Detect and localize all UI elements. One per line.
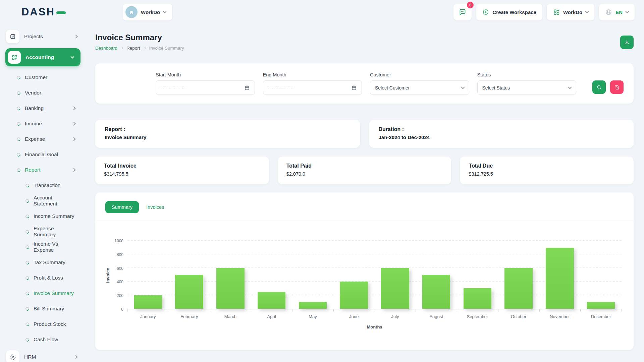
- sidebar-item-income-vs-expense[interactable]: Income Vs Expense: [0, 239, 85, 255]
- bar-march[interactable]: [216, 268, 244, 309]
- calendar-icon: [351, 85, 357, 90]
- sidebar-item-transaction[interactable]: Transaction: [0, 178, 85, 193]
- messages-button[interactable]: 0: [453, 4, 472, 20]
- language-selector[interactable]: EN: [599, 4, 635, 20]
- duration-card-value: Jan-2024 to Dec-2024: [379, 134, 625, 140]
- duration-card-title: Duration :: [379, 126, 625, 132]
- chart-plot-area: [127, 241, 622, 309]
- sidebar-item-customer[interactable]: Customer: [0, 70, 85, 85]
- bar-slot: [416, 241, 457, 309]
- bullet-icon: [25, 244, 30, 249]
- x-label-january: January: [127, 314, 169, 319]
- plus-circle-icon: [482, 9, 489, 15]
- apps-grid-icon: [553, 9, 560, 15]
- workspace-avatar: [125, 6, 138, 18]
- sidebar-item-expense-summary[interactable]: Expense Summary: [0, 224, 85, 239]
- invoice-bar-chart: Invoice 02004006008001000 JanuaryFebruar…: [104, 241, 622, 329]
- y-axis-title: Invoice: [105, 268, 110, 283]
- sidebar-item-label: Financial Goal: [25, 152, 58, 158]
- x-axis-tick: [210, 309, 210, 312]
- language-code: EN: [615, 9, 623, 15]
- chevron-down-icon: [461, 85, 465, 89]
- reset-filter-icon: [614, 84, 620, 90]
- breadcrumb: Dashboard Report Invoice Summary: [95, 46, 184, 51]
- chevron-right-icon: [144, 47, 146, 49]
- report-card-value: Invoice Summary: [105, 134, 351, 140]
- sidebar-item-label: Vendor: [25, 90, 41, 96]
- bullet-icon: [16, 152, 21, 157]
- breadcrumb-dashboard[interactable]: Dashboard: [95, 46, 117, 51]
- sidebar-item-label: Bill Summary: [34, 306, 64, 312]
- sidebar-item-account-statement[interactable]: Account Statement: [0, 193, 85, 208]
- page-title: Invoice Summary: [95, 33, 184, 42]
- chevron-right-icon: [74, 35, 77, 38]
- bar-september[interactable]: [464, 288, 491, 309]
- sidebar-item-income-summary[interactable]: Income Summary: [0, 208, 85, 224]
- sidebar-item-income[interactable]: Income: [0, 116, 85, 131]
- sidebar-item-accounting[interactable]: Accounting: [5, 48, 80, 66]
- sidebar-item-label: Profit & Loss: [34, 275, 63, 281]
- bar-october[interactable]: [504, 268, 532, 309]
- chevron-right-icon: [72, 122, 75, 125]
- x-label-december: December: [580, 314, 622, 319]
- x-axis-title: Months: [127, 324, 622, 329]
- sidebar-item-invoice-summary[interactable]: Invoice Summary: [0, 286, 85, 301]
- chevron-down-icon: [70, 55, 74, 58]
- bar-december[interactable]: [587, 302, 615, 309]
- end-month-input[interactable]: --------- ----: [263, 80, 362, 95]
- bar-slot: [498, 241, 539, 309]
- bar-may[interactable]: [299, 302, 327, 309]
- chevron-down-icon: [625, 9, 629, 13]
- download-button[interactable]: [620, 36, 634, 49]
- chevron-down-icon: [163, 9, 167, 13]
- sidebar-item-vendor[interactable]: Vendor: [0, 85, 85, 101]
- workspace-name: WorkDo: [141, 9, 160, 15]
- x-label-september: September: [457, 314, 498, 319]
- x-axis-tick: [498, 309, 498, 312]
- create-workspace-button[interactable]: Create Workspace: [476, 4, 542, 20]
- bar-february[interactable]: [175, 275, 203, 309]
- sidebar-item-report[interactable]: Report: [0, 162, 85, 178]
- status-select[interactable]: Select Status: [477, 80, 577, 95]
- customer-select[interactable]: Select Customer: [370, 80, 469, 95]
- sidebar-item-tax-summary[interactable]: Tax Summary: [0, 255, 85, 270]
- bullet-icon: [25, 337, 30, 342]
- tab-summary[interactable]: Summary: [105, 201, 139, 213]
- bar-april[interactable]: [258, 292, 285, 309]
- bar-august[interactable]: [422, 275, 450, 309]
- x-axis-tick: [251, 309, 251, 312]
- tab-invoices[interactable]: Invoices: [146, 204, 164, 210]
- sidebar-item-hrm[interactable]: HRM: [0, 347, 85, 362]
- sidebar-item-product-stock[interactable]: Product Stock: [0, 316, 85, 332]
- sidebar-item-label: Product Stock: [34, 321, 66, 327]
- bar-july[interactable]: [381, 268, 409, 309]
- sidebar-item-profit-loss[interactable]: Profit & Loss: [0, 270, 85, 286]
- apply-filter-button[interactable]: [592, 80, 606, 94]
- x-label-april: April: [251, 314, 292, 319]
- sidebar-item-bill-summary[interactable]: Bill Summary: [0, 301, 85, 316]
- reset-filter-button[interactable]: [610, 80, 624, 94]
- chart-card: Summary Invoices Invoice 020040060080010…: [95, 192, 634, 350]
- apps-menu-button[interactable]: WorkDo: [547, 4, 594, 20]
- create-workspace-label: Create Workspace: [492, 9, 536, 15]
- sidebar-item-label: Report: [25, 167, 41, 173]
- bar-november[interactable]: [546, 248, 574, 309]
- bullet-icon: [25, 198, 30, 203]
- bar-slot: [375, 241, 416, 309]
- x-axis-tick: [169, 309, 169, 312]
- sidebar-item-financial-goal[interactable]: Financial Goal: [0, 147, 85, 162]
- workspace-switcher[interactable]: WorkDo: [123, 4, 172, 20]
- sidebar-item-banking[interactable]: Banking: [0, 101, 85, 116]
- bar-june[interactable]: [340, 282, 368, 309]
- sidebar-item-label: Transaction: [34, 182, 60, 188]
- y-axis-ticks: 02004006008001000: [111, 241, 127, 309]
- bullet-icon: [16, 75, 21, 80]
- start-month-input[interactable]: --------- ----: [156, 80, 255, 95]
- sidebar-item-cash-flow[interactable]: Cash Flow: [0, 332, 85, 347]
- chevron-right-icon: [121, 47, 123, 49]
- x-label-october: October: [498, 314, 539, 319]
- sidebar-item-expense[interactable]: Expense: [0, 131, 85, 147]
- bullet-icon: [25, 260, 30, 265]
- sidebar-item-projects[interactable]: Projects: [0, 27, 85, 46]
- bar-january[interactable]: [134, 295, 162, 309]
